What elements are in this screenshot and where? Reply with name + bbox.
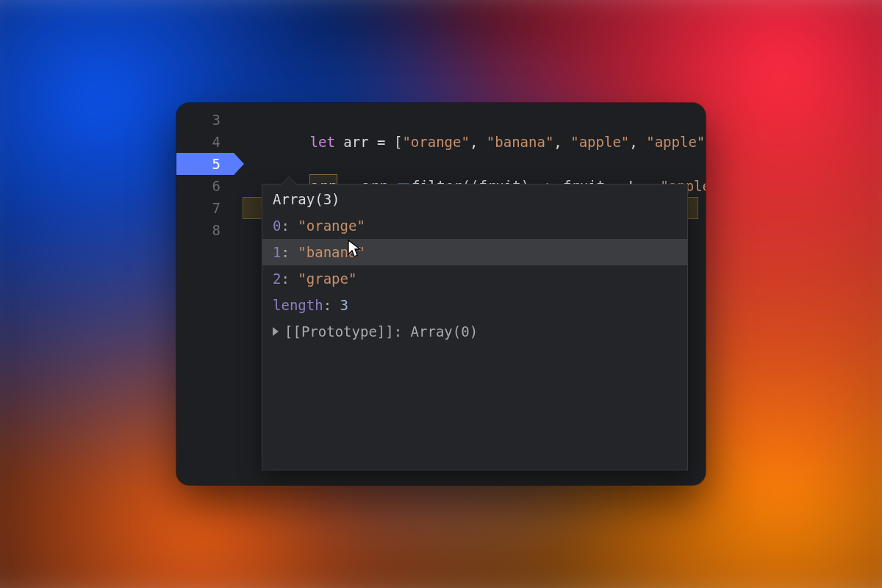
token-keyword: let [310, 134, 335, 150]
popup-row[interactable]: 2: "grape" [262, 265, 687, 292]
popup-prototype-row[interactable]: [[Prototype]]: Array(0) [262, 318, 687, 345]
popup-value: "orange" [298, 218, 365, 234]
gutter[interactable]: 3 4 5 6 7 8 [176, 103, 234, 485]
popup-key: [[Prototype]] [284, 323, 394, 340]
token-string: "banana" [487, 134, 554, 150]
code-editor-window: 3 4 5 6 7 8 let arr = ["orange", "banana… [176, 103, 706, 485]
code-line-current[interactable]: arr = arr.filter((fruit) => fruit !== "a… [243, 153, 706, 175]
token-op: = [369, 134, 394, 150]
code-line[interactable]: let arr = ["orange", "banana", "apple", … [243, 109, 706, 131]
popup-row[interactable]: 1: "banana" [262, 239, 687, 265]
line-number[interactable]: 4 [176, 131, 220, 153]
token-string: "orange" [402, 134, 470, 150]
token-punc: [ [394, 134, 402, 150]
token-punc: , [705, 134, 706, 150]
popup-value: "grape" [298, 270, 356, 287]
debug-hover-popup[interactable]: Array(3) 0: "orange" 1: "banana" 2: "gra… [262, 184, 688, 470]
token-identifier: arr [343, 134, 368, 150]
popup-value: Array(0) [411, 323, 478, 340]
line-number[interactable]: 6 [176, 175, 220, 197]
popup-length-row[interactable]: length: 3 [262, 292, 687, 318]
popup-header: Array(3) [262, 184, 687, 212]
popup-key: 1 [273, 244, 281, 260]
line-number[interactable]: 8 [176, 219, 220, 241]
token-string: "apple" [646, 134, 705, 150]
token-punc: , [553, 134, 570, 150]
popup-value: "banana" [298, 244, 365, 260]
line-number[interactable]: 3 [176, 109, 220, 131]
popup-key: length [273, 297, 323, 313]
popup-value: 3 [340, 297, 348, 313]
token-punc: , [470, 134, 487, 150]
token-string: "apple" [570, 134, 629, 150]
triangle-collapsed-icon[interactable] [273, 327, 279, 336]
popup-key: 0 [273, 218, 281, 234]
popup-pointer [282, 177, 296, 184]
line-number-current[interactable]: 5 [176, 153, 220, 175]
popup-row[interactable]: 0: "orange" [262, 212, 687, 239]
line-number[interactable]: 7 [176, 197, 220, 219]
popup-key: 2 [273, 270, 281, 287]
token-punc: , [629, 134, 646, 150]
stage: 3 4 5 6 7 8 let arr = ["orange", "banana… [0, 0, 882, 588]
